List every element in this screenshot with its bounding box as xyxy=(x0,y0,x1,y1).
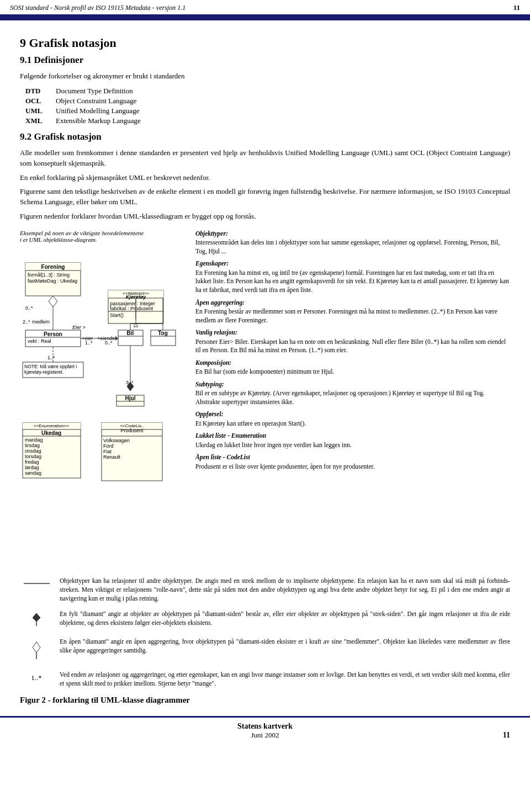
definition-row: UMLUnified Modelling Language xyxy=(25,106,146,116)
bottom-desc: Objekttyper kan ha relasjoner til andre … xyxy=(20,576,510,688)
explain-text: En Forening kan ha minst en, og intil tr… xyxy=(195,269,509,293)
explain-section: Subtyping:Bil er en subtype av Kjøretøy.… xyxy=(195,380,510,407)
explain-section: Egenskaper:En Forening kan ha minst en, … xyxy=(195,259,510,294)
explain-section: Åpen aggregering:En Forening består av m… xyxy=(195,299,510,325)
explain-title: Komposisjon: xyxy=(195,359,510,368)
explain-section: Oppførsel:Et Kjøretøy kan utføre en oper… xyxy=(195,410,510,428)
svg-marker-20 xyxy=(115,336,118,341)
section92-para3: Figurene samt den tekstlige beskrivelsen… xyxy=(20,187,510,208)
term-abbr: XML xyxy=(25,116,56,126)
svg-text:søndag: søndag xyxy=(25,470,41,476)
svg-text:kjøretøy-registeret.: kjøretøy-registeret. xyxy=(24,369,63,375)
term-abbr: UML xyxy=(25,106,56,116)
section9-title: 9 Grafisk notasjon xyxy=(20,36,510,50)
svg-text:torsdag: torsdag xyxy=(25,454,41,459)
multiplicity-icon: 1..* xyxy=(20,671,53,682)
svg-text:tirsdag: tirsdag xyxy=(25,443,40,448)
explain-section: Komposisjon:En Bil har (som eide kompone… xyxy=(195,359,510,376)
bottom-desc-row: En åpen "diamant" angir en åpen aggreger… xyxy=(20,637,510,664)
header-title: SOSI standard - Norsk profil av ISO 1911… xyxy=(10,4,186,12)
definition-table: DTDDocument Type DefinitionOCLObject Con… xyxy=(25,86,146,126)
explain-title: Åpen aggregering: xyxy=(195,299,510,307)
svg-marker-7 xyxy=(49,296,57,307)
svg-marker-86 xyxy=(33,613,40,622)
uml-diagram: Forening formål[1..3] : String fastMøteD… xyxy=(20,246,183,572)
explain-text: Ukedag en lukket liste hvor ingen nye ve… xyxy=(195,442,352,448)
svg-text:0..*: 0..* xyxy=(25,305,33,311)
bottom-desc-row: Objekttyper kan ha relasjoner til andre … xyxy=(20,576,510,603)
svg-text:Renault: Renault xyxy=(103,454,121,460)
explain-title: Egenskaper: xyxy=(195,259,510,268)
svg-text:NOTE: Må være oppført i: NOTE: Må være oppført i xyxy=(24,364,77,369)
svg-text:mandag: mandag xyxy=(25,437,43,443)
svg-text:1..*: 1..* xyxy=(47,355,55,360)
desc-icon xyxy=(20,576,53,593)
explain-text: Et Kjøretøy kan utføre en operasjon Star… xyxy=(195,420,306,427)
section92-para1: Alle modeller som fremkommer i denne sta… xyxy=(20,148,510,169)
top-bar xyxy=(0,16,530,20)
section92-para2: En enkel forklaring på skjemaspråket UML… xyxy=(20,173,510,183)
main-content: 9 Grafisk notasjon 9.1 Definisjoner Følg… xyxy=(0,20,530,716)
term-def: Object Constraint Language xyxy=(56,96,146,106)
desc-icon xyxy=(20,637,53,664)
explain-title: Vanlig relasjon: xyxy=(195,328,510,337)
desc-text: En fylt "diamant" angir at objekter av o… xyxy=(60,609,510,627)
figure-caption: Figur 2 - forklaring til UML-klasse diag… xyxy=(20,696,510,705)
diagram-left: Eksempel på noen av de viktigste hovedel… xyxy=(20,230,186,572)
footer-date: Juni 2002 xyxy=(20,731,510,740)
svg-text:1..*: 1..* xyxy=(85,340,93,346)
svg-text:Start(): Start() xyxy=(110,312,124,318)
term-def: Extensible Markup Language xyxy=(56,116,146,126)
svg-marker-88 xyxy=(33,642,40,652)
term-def: Document Type Definition xyxy=(56,86,146,96)
figure-caption-bold: Figur 2 - forklaring til UML-klasse diag… xyxy=(20,696,190,704)
definition-row: XMLExtensible Markup Language xyxy=(25,116,146,126)
footer-page-num: 11 xyxy=(503,731,510,740)
explain-section: Objekttyper:Interesseområdet kan deles i… xyxy=(195,230,510,256)
desc-text: Objekttyper kan ha relasjoner til andre … xyxy=(60,576,510,603)
definition-row: DTDDocument Type Definition xyxy=(25,86,146,96)
relation-line-icon xyxy=(22,577,52,590)
diagram-caption-left: Eksempel på noen av de viktigste hovedel… xyxy=(20,230,186,243)
explain-title: Objekttyper: xyxy=(195,230,510,238)
svg-text:fabrikat : Produsent: fabrikat : Produsent xyxy=(110,306,153,311)
footer: Statens kartverk Juni 2002 11 xyxy=(0,716,530,747)
svg-text:lørdag: lørdag xyxy=(25,465,39,470)
term-def: Unified Modelling Language xyxy=(56,106,146,116)
section91-intro: Følgende forkortelser og akronymer er br… xyxy=(20,71,510,82)
desc-icon: 1..* xyxy=(20,670,53,682)
header-page-num: 11 xyxy=(513,3,520,12)
section91-title: 9.1 Definisjoner xyxy=(20,55,510,66)
svg-text:Hjul: Hjul xyxy=(125,395,136,401)
explain-title: Lukket liste - Enumeration xyxy=(195,432,510,441)
section92-title: 9.2 Grafisk notasjon xyxy=(20,131,510,142)
filled-diamond-icon xyxy=(22,611,52,627)
open-diamond-icon xyxy=(22,638,52,660)
bottom-desc-row: 1..* Ved enden av relasjoner og aggreger… xyxy=(20,670,510,688)
explain-title: Oppførsel: xyxy=(195,410,510,419)
explain-text: En Bil har (som eide komponenter) minimu… xyxy=(195,368,334,375)
explain-text: Bil er en subtype av Kjøretøy. (Arver eg… xyxy=(195,390,485,405)
svg-text:onsdag: onsdag xyxy=(25,448,41,454)
svg-text:2..*: 2..* xyxy=(23,319,30,325)
section92-para4: Figuren nedenfor forklarer hvordan UML-k… xyxy=(20,211,510,222)
desc-text: En åpen "diamant" angir en åpen aggreger… xyxy=(60,637,510,655)
svg-marker-51 xyxy=(134,323,138,327)
page-header: SOSI standard - Norsk profil av ISO 1911… xyxy=(0,0,530,16)
svg-text:medlem: medlem xyxy=(32,319,50,325)
svg-text:vekt : Real: vekt : Real xyxy=(28,338,51,344)
svg-text:fastMøteDag : Ukedag: fastMøteDag : Ukedag xyxy=(28,278,77,284)
svg-text:0..*: 0..* xyxy=(105,340,113,346)
explain-text: Produsent er ei liste over kjente produs… xyxy=(195,463,375,470)
svg-text:Volkswagen: Volkswagen xyxy=(103,438,130,443)
svg-text:Forening: Forening xyxy=(41,264,65,270)
term-abbr: OCL xyxy=(25,96,56,106)
footer-org: Statens kartverk xyxy=(20,722,510,731)
explain-section: Åpen liste - CodeListProdusent er ei lis… xyxy=(195,453,510,471)
svg-text:formål[1..3] : String: formål[1..3] : String xyxy=(28,272,70,278)
svg-text:Bil: Bil xyxy=(127,330,134,336)
explain-section: Vanlig relasjon:Personer Eier> Biler. Ei… xyxy=(195,328,510,355)
svg-text:Eier >: Eier > xyxy=(72,325,86,330)
svg-text:Fiat: Fiat xyxy=(103,449,112,454)
svg-text:Ford: Ford xyxy=(103,443,114,449)
